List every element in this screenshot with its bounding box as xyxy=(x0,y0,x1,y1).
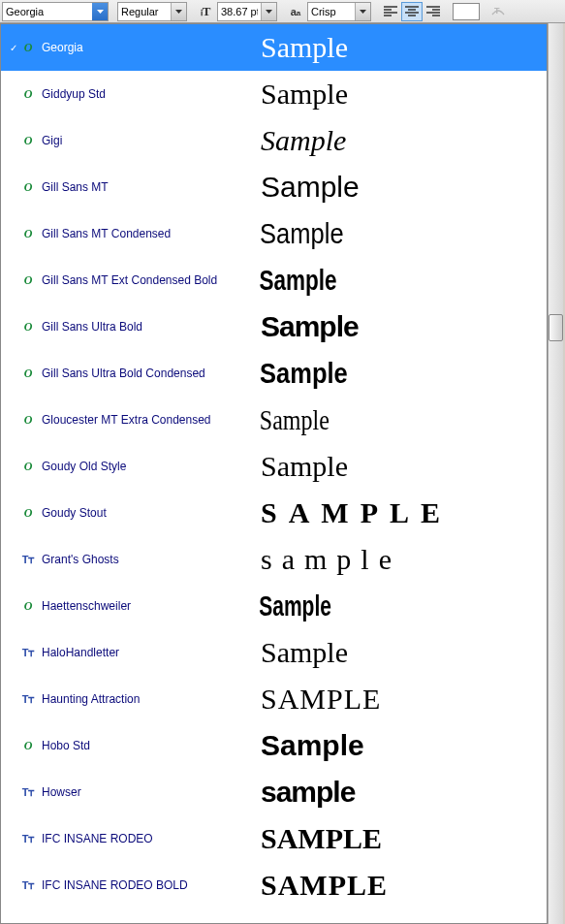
font-list-item[interactable]: Haunting AttractionSAMPLE xyxy=(1,676,547,722)
font-name-label: Gloucester MT Extra Condensed xyxy=(42,413,255,427)
opentype-icon xyxy=(20,412,36,428)
font-sample-preview: Sample xyxy=(255,635,541,670)
truetype-icon xyxy=(20,691,36,707)
font-name-label: HaloHandletter xyxy=(42,646,255,659)
font-list-item[interactable]: IFC INSANE RODEOSAMPLE xyxy=(1,815,547,862)
font-list-item[interactable]: HaloHandletterSample xyxy=(1,629,547,676)
truetype-icon xyxy=(20,877,36,893)
opentype-icon xyxy=(20,505,36,521)
font-sample-preview: SAMPLE xyxy=(255,821,541,856)
font-list-item[interactable]: ✓GeorgiaSample xyxy=(1,24,547,71)
anti-alias-input[interactable] xyxy=(308,3,355,20)
font-sample-preview: Sample xyxy=(255,356,498,391)
font-name-label: IFC INSANE RODEO xyxy=(42,832,255,845)
font-name-label: Georgia xyxy=(42,41,255,54)
font-name-label: Goudy Stout xyxy=(42,506,255,520)
font-list-item[interactable]: Goudy Old StyleSample xyxy=(1,443,547,490)
font-name-label: Grant's Ghosts xyxy=(42,553,255,566)
font-list-item[interactable]: Grant's Ghostssample xyxy=(1,536,547,583)
font-name-label: Gill Sans Ultra Bold xyxy=(42,320,255,334)
font-list-item[interactable]: Gill Sans MT Ext Condensed BoldSample xyxy=(1,257,547,303)
font-name-label: Gill Sans MT Ext Condensed Bold xyxy=(42,273,255,287)
font-sample-preview: Sample xyxy=(255,30,541,65)
font-family-input[interactable] xyxy=(3,3,92,20)
font-family-dropdown-button[interactable] xyxy=(92,3,108,20)
font-list-item[interactable]: GigiSample xyxy=(1,117,547,164)
font-style-dropdown-button[interactable] xyxy=(171,3,186,20)
checkmark-icon: ✓ xyxy=(7,43,20,53)
font-size-icon: ᵢT xyxy=(196,2,215,21)
truetype-icon xyxy=(20,831,36,846)
font-list-item[interactable]: Gill Sans MTSample xyxy=(1,164,547,210)
font-sample-preview: SAMPLE xyxy=(255,868,541,903)
font-list-item[interactable]: Giddyup StdSample xyxy=(1,71,547,117)
anti-alias-dropdown-button[interactable] xyxy=(355,3,370,20)
font-sample-preview: Sample xyxy=(255,123,541,158)
font-dropdown-list[interactable]: ✓GeorgiaSampleGiddyup StdSampleGigiSampl… xyxy=(0,23,548,924)
anti-alias-icon: aa xyxy=(286,2,305,21)
font-size-dropdown-button[interactable] xyxy=(261,3,276,20)
font-sample-preview: Sample xyxy=(255,402,484,437)
font-list-item[interactable]: IFC INSANE RODEO BOLDSAMPLE xyxy=(1,862,547,908)
font-list-item[interactable]: Gill Sans MT CondensedSample xyxy=(1,210,547,257)
opentype-icon xyxy=(20,738,36,753)
font-sample-preview: sample xyxy=(255,542,541,577)
text-color-swatch[interactable] xyxy=(453,3,480,20)
opentype-icon xyxy=(20,179,36,195)
font-name-label: Giddyup Std xyxy=(42,87,255,101)
anti-alias-combo[interactable] xyxy=(307,2,371,21)
truetype-icon xyxy=(20,552,36,567)
font-name-label: Gill Sans MT xyxy=(42,180,255,194)
opentype-icon xyxy=(20,226,36,241)
font-list-item[interactable]: Howsersample xyxy=(1,769,547,815)
font-sample-preview: Sample xyxy=(255,216,498,251)
font-name-label: Haunting Attraction xyxy=(42,692,255,706)
font-sample-preview: SAMPLE xyxy=(255,495,541,530)
svg-text:T: T xyxy=(494,6,500,16)
font-sample-preview: Sample xyxy=(255,589,455,623)
font-sample-preview: Sample xyxy=(255,77,541,112)
scrollbar-thumb[interactable] xyxy=(549,314,563,341)
opentype-icon xyxy=(20,133,36,148)
font-name-label: Goudy Old Style xyxy=(42,460,255,473)
font-sample-preview: Sample xyxy=(255,263,469,298)
truetype-icon xyxy=(20,784,36,800)
font-name-label: Gigi xyxy=(42,134,255,147)
font-list-item[interactable]: HaettenschweilerSample xyxy=(1,583,547,629)
options-bar: ᵢT aa T xyxy=(0,0,565,23)
font-list-item[interactable]: Goudy StoutSAMPLE xyxy=(1,490,547,536)
font-list-item[interactable]: Gill Sans Ultra Bold CondensedSample xyxy=(1,350,547,397)
truetype-icon xyxy=(20,645,36,660)
font-sample-preview: SAMPLE xyxy=(255,682,541,717)
font-list-item[interactable]: Gill Sans Ultra BoldSample xyxy=(1,303,547,350)
opentype-icon xyxy=(20,459,36,474)
opentype-icon xyxy=(20,319,36,335)
font-name-label: Howser xyxy=(42,785,255,799)
align-right-button[interactable] xyxy=(423,2,444,21)
opentype-icon xyxy=(20,366,36,381)
font-name-label: Gill Sans MT Condensed xyxy=(42,227,255,240)
opentype-icon xyxy=(20,272,36,288)
font-name-label: IFC INSANE RODEO BOLD xyxy=(42,878,255,892)
font-family-combo[interactable] xyxy=(2,2,109,21)
font-style-input[interactable] xyxy=(118,3,171,20)
opentype-icon xyxy=(20,598,36,614)
font-style-combo[interactable] xyxy=(117,2,187,21)
align-left-button[interactable] xyxy=(380,2,401,21)
panel-scrollbar[interactable] xyxy=(548,23,563,924)
font-size-input[interactable] xyxy=(218,3,261,20)
font-size-combo[interactable] xyxy=(217,2,277,21)
font-list-item[interactable]: Hobo StdSample xyxy=(1,722,547,769)
font-list-item[interactable]: Gloucester MT Extra CondensedSample xyxy=(1,397,547,443)
text-align-group xyxy=(380,2,444,21)
font-sample-preview: Sample xyxy=(255,449,541,484)
font-name-label: Gill Sans Ultra Bold Condensed xyxy=(42,366,255,380)
font-name-label: Haettenschweiler xyxy=(42,599,255,613)
warp-text-button[interactable]: T xyxy=(488,2,508,21)
font-name-label: Hobo Std xyxy=(42,739,255,752)
font-sample-preview: Sample xyxy=(255,170,541,205)
opentype-icon xyxy=(20,40,36,55)
opentype-icon xyxy=(20,86,36,102)
font-sample-preview: sample xyxy=(255,775,541,810)
align-center-button[interactable] xyxy=(401,2,423,21)
